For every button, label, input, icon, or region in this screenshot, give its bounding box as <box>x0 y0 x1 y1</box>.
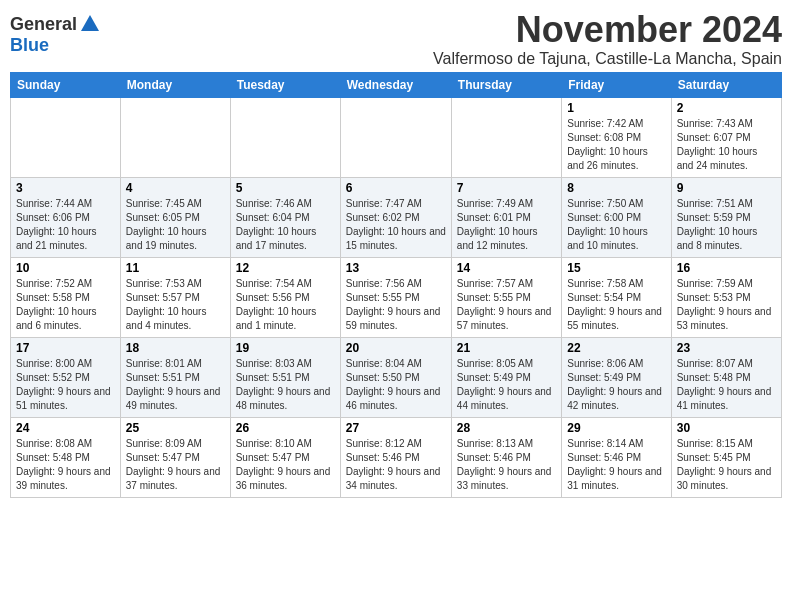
day-number: 10 <box>16 261 115 275</box>
table-row: 23Sunrise: 8:07 AM Sunset: 5:48 PM Dayli… <box>671 337 781 417</box>
day-number: 3 <box>16 181 115 195</box>
table-row: 24Sunrise: 8:08 AM Sunset: 5:48 PM Dayli… <box>11 417 121 497</box>
table-row: 20Sunrise: 8:04 AM Sunset: 5:50 PM Dayli… <box>340 337 451 417</box>
day-info: Sunrise: 8:00 AM Sunset: 5:52 PM Dayligh… <box>16 357 115 413</box>
day-number: 22 <box>567 341 665 355</box>
day-info: Sunrise: 7:54 AM Sunset: 5:56 PM Dayligh… <box>236 277 335 333</box>
table-row: 30Sunrise: 8:15 AM Sunset: 5:45 PM Dayli… <box>671 417 781 497</box>
table-row: 2Sunrise: 7:43 AM Sunset: 6:07 PM Daylig… <box>671 97 781 177</box>
header-friday: Friday <box>562 72 671 97</box>
day-number: 1 <box>567 101 665 115</box>
page-header: General Blue November 2024 Valfermoso de… <box>10 10 782 68</box>
day-info: Sunrise: 8:05 AM Sunset: 5:49 PM Dayligh… <box>457 357 556 413</box>
day-number: 18 <box>126 341 225 355</box>
table-row <box>11 97 121 177</box>
day-info: Sunrise: 8:06 AM Sunset: 5:49 PM Dayligh… <box>567 357 665 413</box>
day-number: 12 <box>236 261 335 275</box>
table-row: 17Sunrise: 8:00 AM Sunset: 5:52 PM Dayli… <box>11 337 121 417</box>
table-row <box>451 97 561 177</box>
day-info: Sunrise: 7:46 AM Sunset: 6:04 PM Dayligh… <box>236 197 335 253</box>
logo-general: General <box>10 14 77 35</box>
day-info: Sunrise: 8:07 AM Sunset: 5:48 PM Dayligh… <box>677 357 776 413</box>
day-info: Sunrise: 7:47 AM Sunset: 6:02 PM Dayligh… <box>346 197 446 253</box>
calendar-week-row: 3Sunrise: 7:44 AM Sunset: 6:06 PM Daylig… <box>11 177 782 257</box>
day-number: 23 <box>677 341 776 355</box>
day-info: Sunrise: 8:14 AM Sunset: 5:46 PM Dayligh… <box>567 437 665 493</box>
table-row: 9Sunrise: 7:51 AM Sunset: 5:59 PM Daylig… <box>671 177 781 257</box>
day-info: Sunrise: 7:59 AM Sunset: 5:53 PM Dayligh… <box>677 277 776 333</box>
table-row: 22Sunrise: 8:06 AM Sunset: 5:49 PM Dayli… <box>562 337 671 417</box>
title-area: November 2024 Valfermoso de Tajuna, Cast… <box>433 10 782 68</box>
table-row <box>230 97 340 177</box>
day-number: 11 <box>126 261 225 275</box>
svg-rect-1 <box>88 23 92 31</box>
day-number: 16 <box>677 261 776 275</box>
day-info: Sunrise: 8:01 AM Sunset: 5:51 PM Dayligh… <box>126 357 225 413</box>
table-row: 5Sunrise: 7:46 AM Sunset: 6:04 PM Daylig… <box>230 177 340 257</box>
day-number: 26 <box>236 421 335 435</box>
month-title: November 2024 <box>433 10 782 50</box>
calendar-week-row: 17Sunrise: 8:00 AM Sunset: 5:52 PM Dayli… <box>11 337 782 417</box>
day-number: 19 <box>236 341 335 355</box>
day-info: Sunrise: 7:50 AM Sunset: 6:00 PM Dayligh… <box>567 197 665 253</box>
day-number: 7 <box>457 181 556 195</box>
table-row: 28Sunrise: 8:13 AM Sunset: 5:46 PM Dayli… <box>451 417 561 497</box>
day-number: 30 <box>677 421 776 435</box>
table-row: 10Sunrise: 7:52 AM Sunset: 5:58 PM Dayli… <box>11 257 121 337</box>
calendar-week-row: 1Sunrise: 7:42 AM Sunset: 6:08 PM Daylig… <box>11 97 782 177</box>
day-number: 15 <box>567 261 665 275</box>
day-info: Sunrise: 7:45 AM Sunset: 6:05 PM Dayligh… <box>126 197 225 253</box>
header-wednesday: Wednesday <box>340 72 451 97</box>
day-number: 29 <box>567 421 665 435</box>
table-row: 15Sunrise: 7:58 AM Sunset: 5:54 PM Dayli… <box>562 257 671 337</box>
table-row: 8Sunrise: 7:50 AM Sunset: 6:00 PM Daylig… <box>562 177 671 257</box>
table-row: 19Sunrise: 8:03 AM Sunset: 5:51 PM Dayli… <box>230 337 340 417</box>
header-monday: Monday <box>120 72 230 97</box>
table-row: 25Sunrise: 8:09 AM Sunset: 5:47 PM Dayli… <box>120 417 230 497</box>
table-row: 7Sunrise: 7:49 AM Sunset: 6:01 PM Daylig… <box>451 177 561 257</box>
calendar-week-row: 10Sunrise: 7:52 AM Sunset: 5:58 PM Dayli… <box>11 257 782 337</box>
day-number: 28 <box>457 421 556 435</box>
location-subtitle: Valfermoso de Tajuna, Castille-La Mancha… <box>433 50 782 68</box>
day-info: Sunrise: 7:57 AM Sunset: 5:55 PM Dayligh… <box>457 277 556 333</box>
day-info: Sunrise: 8:09 AM Sunset: 5:47 PM Dayligh… <box>126 437 225 493</box>
day-info: Sunrise: 7:51 AM Sunset: 5:59 PM Dayligh… <box>677 197 776 253</box>
logo-icon <box>79 13 101 35</box>
day-number: 9 <box>677 181 776 195</box>
table-row: 12Sunrise: 7:54 AM Sunset: 5:56 PM Dayli… <box>230 257 340 337</box>
day-info: Sunrise: 8:13 AM Sunset: 5:46 PM Dayligh… <box>457 437 556 493</box>
day-info: Sunrise: 8:10 AM Sunset: 5:47 PM Dayligh… <box>236 437 335 493</box>
day-number: 2 <box>677 101 776 115</box>
logo-blue: Blue <box>10 35 49 56</box>
table-row: 18Sunrise: 8:01 AM Sunset: 5:51 PM Dayli… <box>120 337 230 417</box>
table-row: 26Sunrise: 8:10 AM Sunset: 5:47 PM Dayli… <box>230 417 340 497</box>
table-row: 3Sunrise: 7:44 AM Sunset: 6:06 PM Daylig… <box>11 177 121 257</box>
day-info: Sunrise: 8:15 AM Sunset: 5:45 PM Dayligh… <box>677 437 776 493</box>
table-row: 16Sunrise: 7:59 AM Sunset: 5:53 PM Dayli… <box>671 257 781 337</box>
table-row: 4Sunrise: 7:45 AM Sunset: 6:05 PM Daylig… <box>120 177 230 257</box>
day-info: Sunrise: 7:49 AM Sunset: 6:01 PM Dayligh… <box>457 197 556 253</box>
calendar-week-row: 24Sunrise: 8:08 AM Sunset: 5:48 PM Dayli… <box>11 417 782 497</box>
day-number: 21 <box>457 341 556 355</box>
calendar-table: Sunday Monday Tuesday Wednesday Thursday… <box>10 72 782 498</box>
calendar-header-row: Sunday Monday Tuesday Wednesday Thursday… <box>11 72 782 97</box>
day-number: 27 <box>346 421 446 435</box>
header-thursday: Thursday <box>451 72 561 97</box>
day-number: 4 <box>126 181 225 195</box>
day-number: 14 <box>457 261 556 275</box>
day-number: 17 <box>16 341 115 355</box>
day-info: Sunrise: 7:58 AM Sunset: 5:54 PM Dayligh… <box>567 277 665 333</box>
day-info: Sunrise: 7:43 AM Sunset: 6:07 PM Dayligh… <box>677 117 776 173</box>
day-info: Sunrise: 8:03 AM Sunset: 5:51 PM Dayligh… <box>236 357 335 413</box>
logo: General Blue <box>10 10 101 56</box>
table-row: 13Sunrise: 7:56 AM Sunset: 5:55 PM Dayli… <box>340 257 451 337</box>
day-info: Sunrise: 7:52 AM Sunset: 5:58 PM Dayligh… <box>16 277 115 333</box>
table-row: 21Sunrise: 8:05 AM Sunset: 5:49 PM Dayli… <box>451 337 561 417</box>
table-row: 14Sunrise: 7:57 AM Sunset: 5:55 PM Dayli… <box>451 257 561 337</box>
day-number: 13 <box>346 261 446 275</box>
day-info: Sunrise: 7:56 AM Sunset: 5:55 PM Dayligh… <box>346 277 446 333</box>
day-info: Sunrise: 8:12 AM Sunset: 5:46 PM Dayligh… <box>346 437 446 493</box>
table-row <box>120 97 230 177</box>
day-info: Sunrise: 7:42 AM Sunset: 6:08 PM Dayligh… <box>567 117 665 173</box>
day-number: 5 <box>236 181 335 195</box>
